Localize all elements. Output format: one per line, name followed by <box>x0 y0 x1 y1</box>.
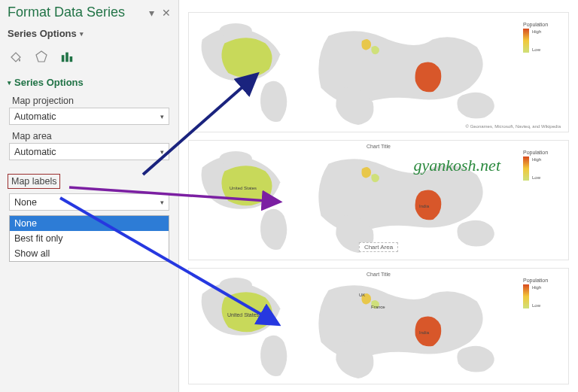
combo-projection-value: Automatic <box>14 111 56 122</box>
legend-gradient <box>523 29 529 53</box>
svg-rect-3 <box>70 56 73 62</box>
triangle-down-icon: ▾ <box>8 79 11 87</box>
pane-window-controls: ▾ ✕ <box>149 7 171 19</box>
maps-panel: Population High Low © Geonames, Microsof… <box>179 0 578 392</box>
label-fr: France <box>371 305 385 309</box>
legend-ticks: High Low <box>532 156 541 181</box>
legend-1: Population High Low <box>523 22 562 53</box>
pane-close-icon[interactable]: ✕ <box>162 7 171 19</box>
map-canvas-2: United States India <box>193 145 516 255</box>
legend-ticks: High Low <box>532 29 541 53</box>
map-show-all[interactable]: Chart Title United States UK France I <box>188 268 569 384</box>
option-show-all[interactable]: Show all <box>10 246 169 261</box>
chart-area-box[interactable]: Chart Area <box>359 242 398 252</box>
label-us: United States <box>227 312 259 318</box>
legend-ticks: High Low <box>532 284 541 308</box>
effects-pentagon-icon[interactable] <box>35 50 48 63</box>
section-head-label: Series Options <box>14 77 84 88</box>
format-pane: Format Data Series ▾ ✕ Series Options ▾ … <box>0 0 179 392</box>
combo-map-area[interactable]: Automatic ▾ <box>9 143 169 160</box>
series-switch-label: Series Options <box>8 28 77 39</box>
combo-map-labels[interactable]: None ▾ <box>9 193 169 211</box>
svg-rect-2 <box>65 53 68 62</box>
legend-2: Population High Low <box>523 150 562 181</box>
svg-point-6 <box>220 278 252 293</box>
label-india: India <box>419 204 429 208</box>
label-uk: UK <box>359 293 365 297</box>
option-best-fit-only[interactable]: Best fit only <box>10 231 169 246</box>
pane-title: Format Data Series <box>8 5 125 20</box>
map-none[interactable]: Population High Low © Geonames, Microsof… <box>188 12 569 132</box>
svg-point-4 <box>219 23 251 38</box>
series-bars-icon[interactable] <box>60 50 74 63</box>
fill-bucket-icon[interactable] <box>9 50 23 63</box>
map-canvas-1 <box>193 17 516 127</box>
pane-header: Format Data Series ▾ ✕ <box>8 5 171 20</box>
legend-title: Population <box>523 278 562 283</box>
pane-tab-icons <box>9 50 171 63</box>
svg-marker-0 <box>36 51 47 62</box>
section-series-options[interactable]: ▾ Series Options <box>8 77 171 88</box>
chevron-down-icon: ▾ <box>80 30 84 38</box>
legend-title: Population <box>523 22 562 27</box>
combo-area-value: Automatic <box>14 147 56 157</box>
map-attribution: © Geonames, Microsoft, Navteq, and Wikip… <box>466 124 561 129</box>
label-map-labels: Map labels <box>8 174 60 189</box>
map-canvas-3: United States UK France India <box>193 273 516 379</box>
legend-3: Population High Low <box>523 278 562 308</box>
series-options-switcher[interactable]: Series Options ▾ <box>8 28 171 39</box>
label-map-area: Map area <box>8 131 171 141</box>
combo-map-projection[interactable]: Automatic ▾ <box>9 108 169 125</box>
combo-labels-value: None <box>14 197 37 208</box>
chevron-down-icon: ▾ <box>160 199 164 206</box>
svg-point-5 <box>219 151 251 166</box>
label-map-projection: Map projection <box>8 96 171 106</box>
dropdown-map-labels: None Best fit only Show all <box>9 215 169 262</box>
label-india: India <box>419 330 429 335</box>
label-us: United States <box>230 186 257 190</box>
map-best-fit[interactable]: Chart Title United States India Chart Ar <box>188 140 569 260</box>
legend-gradient <box>523 156 529 181</box>
pane-menu-icon[interactable]: ▾ <box>149 7 154 19</box>
svg-rect-1 <box>62 55 65 62</box>
legend-title: Population <box>523 150 562 155</box>
legend-gradient <box>523 284 529 308</box>
option-none[interactable]: None <box>10 216 169 231</box>
chevron-down-icon: ▾ <box>160 113 164 120</box>
chevron-down-icon: ▾ <box>160 148 164 156</box>
